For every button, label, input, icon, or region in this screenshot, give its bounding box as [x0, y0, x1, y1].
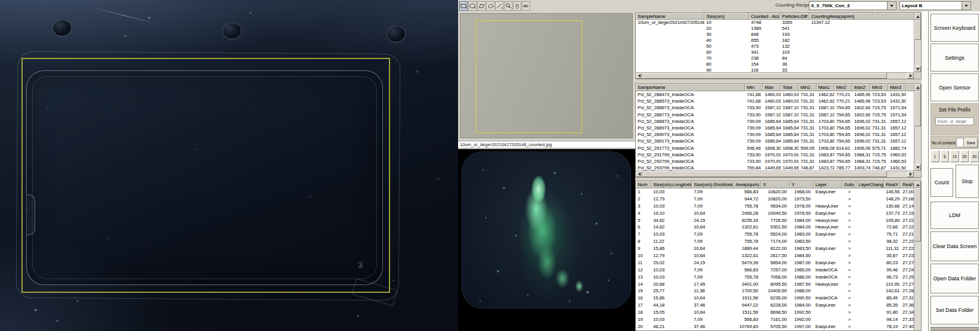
open-sensor-button[interactable]: Open Sensor	[930, 73, 979, 101]
vertical-scrollbar[interactable]	[914, 181, 921, 330]
clear-data-screen-button[interactable]: Clear Data Screen	[930, 231, 979, 261]
table3-header-Y[interactable]: Y	[790, 181, 814, 188]
partial-bottom-button[interactable]	[930, 327, 979, 331]
table-row[interactable]: 10um_or_larger20210427205148104748335911…	[636, 20, 921, 26]
table-row[interactable]: Pcl_52_291799_InsideOCA733,901970,911970…	[636, 151, 921, 158]
contacts-input[interactable]	[956, 138, 964, 147]
scroll-left-button[interactable]	[636, 171, 642, 177]
table2-header-Min1[interactable]: Min1	[799, 84, 817, 91]
table-row[interactable]: Pcl_52_288973_InsideOCA739,091685,641685…	[636, 125, 921, 131]
table3-header-Area(squm)[interactable]: Area(squm)	[734, 181, 761, 188]
goto-link[interactable]: >	[842, 302, 857, 309]
table-row[interactable]: 50473132	[636, 44, 921, 50]
table-row[interactable]: 60341103	[636, 50, 921, 55]
ldm-button[interactable]: LDM	[930, 202, 979, 229]
scroll-up-button[interactable]	[914, 84, 921, 91]
scroll-right-button[interactable]	[907, 171, 914, 177]
table-row[interactable]: 1310,037,09755,787058,001986,00InsideOCA…	[636, 274, 921, 281]
goto-link[interactable]: >	[842, 309, 857, 316]
goto-link[interactable]: >	[842, 281, 857, 288]
table-row[interactable]: 212,797,09944,7210820,001973,50>148,2927…	[636, 196, 921, 203]
table1-header-filler[interactable]	[873, 13, 915, 20]
goto-link[interactable]: >	[842, 274, 857, 281]
goto-link[interactable]: >	[842, 224, 857, 231]
scrollbar-thumb[interactable]	[914, 188, 921, 242]
scroll-left-button[interactable]	[636, 73, 642, 79]
table2-header-SampleName[interactable]: SampleName	[636, 84, 745, 91]
horizontal-scrollbar[interactable]	[636, 171, 914, 177]
table1-header-Counted - Acc[interactable]: Counted - Acc	[749, 13, 780, 20]
goto-link[interactable]: >	[842, 267, 857, 274]
contacts-20-button[interactable]: 20	[960, 150, 969, 162]
vertical-scrollbar[interactable]	[914, 13, 921, 72]
horizontal-scrollbar[interactable]	[636, 72, 914, 79]
table-row[interactable]: 7023884	[636, 55, 921, 61]
table-row[interactable]: 310,037,09755,789534,001978,00HeavyLiner…	[636, 203, 921, 210]
zoom-tool[interactable]	[504, 1, 512, 11]
table1-header-SampleName[interactable]: SampleName	[636, 13, 704, 20]
scrollbar-thumb[interactable]	[914, 20, 921, 40]
stop-button[interactable]: Stop	[956, 165, 979, 198]
goto-link[interactable]: >	[842, 238, 857, 245]
contacts-6-button[interactable]: 6	[941, 150, 950, 162]
table-row[interactable]: 201389541	[636, 26, 921, 32]
table-row[interactable]: 419,1010,642456,2810049,501978,50EasyLin…	[636, 210, 921, 217]
file-prefix-input[interactable]	[935, 117, 974, 125]
table3-header-Size(um)-LongAxis[interactable]: Size(um)-LongAxis	[651, 181, 692, 188]
goto-link[interactable]: >	[842, 323, 857, 330]
table-row[interactable]: Pcl_52_289073_InsideOCA739,091685,641685…	[636, 131, 921, 138]
table-row[interactable]: 1815,0510,641511,566698,501992,50>91,802…	[636, 309, 921, 316]
rectangle-select-tool[interactable]	[459, 1, 468, 11]
freeform-select-tool[interactable]	[486, 1, 494, 11]
table3-header-Layer[interactable]: Layer	[814, 181, 842, 188]
settings-button[interactable]: Settings	[930, 44, 979, 72]
goto-link[interactable]: >	[842, 259, 857, 267]
polygon-select-tool[interactable]	[477, 1, 486, 11]
table2-header-Min3[interactable]: Min3	[870, 84, 888, 91]
scroll-up-button[interactable]	[914, 13, 921, 20]
table-row[interactable]: 1129,0224,155479,395854,001987,00EasyLin…	[636, 259, 921, 267]
table-row[interactable]: 710,037,09755,785524,001983,00EasyLiner>…	[636, 231, 921, 238]
table2-header-Max1[interactable]: Max1	[817, 84, 834, 91]
set-file-prefix-button[interactable]: Set File Prefix	[931, 107, 978, 113]
table-row[interactable]: 1420,6817,453401,008095,501987,50HeavyLi…	[636, 281, 921, 288]
table2-header-Max[interactable]: Max	[763, 84, 781, 91]
table-row[interactable]: Pcl_52_292799_InsideOCA733,901970,911970…	[636, 158, 921, 165]
table-row[interactable]: 1012,7910,641322,612617,501984,50>35,872…	[636, 252, 921, 259]
table3-header-LayerChanged[interactable]: LayerChanged	[857, 181, 884, 188]
chevron-down-icon[interactable]	[962, 2, 970, 10]
scroll-down-button[interactable]	[914, 164, 921, 171]
table3-header-RealY[interactable]: RealY	[901, 181, 915, 188]
goto-link[interactable]: >	[842, 210, 857, 217]
table-row[interactable]: 110,037,09566,8310620,001968,00EasyLiner…	[636, 188, 921, 196]
scroll-right-button[interactable]	[907, 73, 914, 79]
goto-link[interactable]: >	[842, 252, 857, 259]
table-row[interactable]: Pcl_52_288773_InsideOCA733,901587,101587…	[636, 112, 921, 118]
table-row[interactable]: 40655182	[636, 38, 921, 44]
table3-header-Num[interactable]: Num	[636, 181, 651, 188]
table-row[interactable]: 1910,037,09566,837161,001992,00>98,1427,…	[636, 316, 921, 323]
goto-link[interactable]: >	[842, 188, 857, 196]
table3-header-RealX[interactable]: RealX	[884, 181, 901, 188]
recipe-dropdown[interactable]: 0_0_700k_Con_3	[809, 1, 896, 10]
save-button[interactable]: Save	[964, 138, 978, 147]
goto-link[interactable]: >	[842, 316, 857, 323]
table-row[interactable]: 614,6210,641322,615301,501984,00HeavyLin…	[636, 224, 921, 231]
table-row[interactable]: 2048,2137,4610769,835705,501997,00EasyLi…	[636, 323, 921, 330]
table2-header-Max3[interactable]: Max3	[888, 84, 906, 91]
table-row[interactable]: 915,8610,641889,448122,001983,50EasyLine…	[636, 245, 921, 252]
table1-header-Size(um)[interactable]: Size(um)	[704, 13, 749, 20]
table-row[interactable]: Pcl_52_288873_InsideOCA739,091685,641685…	[636, 118, 921, 125]
scroll-down-button[interactable]	[914, 66, 921, 72]
pan-hand-tool[interactable]	[513, 1, 521, 11]
table3-header-Size(um)-ShortAxis[interactable]: Size(um)-ShortAxis	[692, 181, 734, 188]
table-row[interactable]: Pcl_52_288573_InsideOCA741,681460,031460…	[636, 98, 921, 104]
open-data-folder-button[interactable]: Open Data Folder	[930, 264, 979, 293]
table-row[interactable]: Pcl_52_288473_InsideOCA741,681460,031460…	[636, 91, 921, 98]
table2-header-Min2[interactable]: Min2	[834, 84, 852, 91]
table-row[interactable]: Pcl_52_288673_InsideOCA733,901587,101587…	[636, 104, 921, 111]
goto-link[interactable]: >	[842, 217, 857, 224]
table2-header-Total[interactable]: Total	[781, 84, 799, 91]
vertical-scrollbar[interactable]	[914, 84, 921, 171]
scrollbar-thumb[interactable]	[914, 91, 921, 126]
